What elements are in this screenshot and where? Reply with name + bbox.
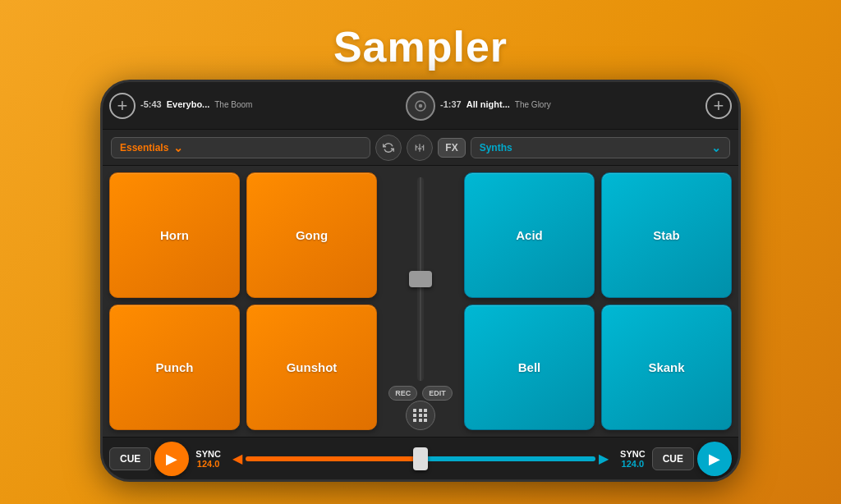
right-sync-bpm: 124.0 xyxy=(622,459,645,469)
rec-edit-row: REC EDIT xyxy=(388,386,453,401)
right-cue-button[interactable]: CUE xyxy=(652,447,694,470)
right-track-info: -1:37 All night... The Glory xyxy=(440,99,701,112)
pad-gong[interactable]: Gong xyxy=(246,172,377,298)
right-track-subtitle: The Glory xyxy=(515,100,551,109)
right-track-time: -1:37 xyxy=(440,99,462,109)
left-sync-label: SYNC xyxy=(195,449,221,459)
left-pad-grid: Horn Gong Punch Gunshot xyxy=(109,172,377,430)
right-pad-grid: Acid Stab Bell Skank xyxy=(464,172,732,430)
right-dropdown-chevron: ⌄ xyxy=(711,141,721,154)
add-right-button[interactable]: + xyxy=(705,93,732,119)
pad-acid[interactable]: Acid xyxy=(464,172,595,298)
right-sync-label: SYNC xyxy=(620,449,646,459)
edit-button[interactable]: EDIT xyxy=(422,386,453,401)
left-cue-button[interactable]: CUE xyxy=(109,447,151,470)
tempo-slider-container: ◀ ▶ xyxy=(227,451,614,466)
right-track-name: All night... xyxy=(466,99,510,109)
transport-bar: CUE ▶ SYNC 124.0 ◀ ▶ SYNC 124.0 CUE xyxy=(103,437,738,479)
tempo-arrow-right[interactable]: ▶ xyxy=(599,451,609,466)
tempo-track[interactable] xyxy=(246,456,595,461)
pad-horn[interactable]: Horn xyxy=(109,172,240,298)
left-track-name: Everybo... xyxy=(167,99,210,109)
right-play-icon: ▶ xyxy=(709,450,720,468)
left-play-button[interactable]: ▶ xyxy=(154,442,189,476)
headphone-button[interactable] xyxy=(406,91,435,121)
fader-thumb[interactable] xyxy=(409,271,432,287)
fx-button[interactable]: FX xyxy=(438,138,465,158)
controls-bar: Essentials ⌄ FX Synths ⌄ xyxy=(103,130,738,166)
tempo-thumb[interactable] xyxy=(413,447,428,470)
left-track-info: -5:43 Everybo... The Boom xyxy=(140,99,401,112)
center-column: REC EDIT xyxy=(384,172,457,430)
pad-stab[interactable]: Stab xyxy=(601,172,732,298)
grid-view-button[interactable] xyxy=(406,401,435,430)
left-dropdown-label: Essentials xyxy=(120,142,168,153)
sampler-area: Horn Gong Punch Gunshot REC xyxy=(103,166,738,437)
refresh-button[interactable] xyxy=(375,135,402,161)
right-dropdown[interactable]: Synths ⌄ xyxy=(471,137,730,158)
phone-device: + -5:43 Everybo... The Boom -1:37 Al xyxy=(100,80,741,482)
left-play-icon: ▶ xyxy=(166,450,177,468)
vertical-fader[interactable] xyxy=(417,177,424,381)
left-dropdown-chevron: ⌄ xyxy=(173,141,183,154)
right-play-button[interactable]: ▶ xyxy=(697,442,732,476)
left-sync-section: SYNC 124.0 xyxy=(192,449,224,469)
rec-button[interactable]: REC xyxy=(388,386,417,401)
left-track-subtitle: The Boom xyxy=(214,100,252,109)
tempo-arrow-left[interactable]: ◀ xyxy=(232,451,242,466)
pad-skank[interactable]: Skank xyxy=(601,305,732,430)
svg-point-1 xyxy=(419,103,423,108)
grid-icon xyxy=(413,409,428,422)
page-title: Sampler xyxy=(333,22,508,71)
right-dropdown-label: Synths xyxy=(480,142,512,153)
equalizer-button[interactable] xyxy=(407,135,433,161)
pad-gunshot[interactable]: Gunshot xyxy=(246,305,377,430)
waveform-bar: + -5:43 Everybo... The Boom -1:37 Al xyxy=(103,82,738,130)
pad-bell[interactable]: Bell xyxy=(464,305,595,430)
right-sync-section: SYNC 124.0 xyxy=(617,449,649,469)
left-sync-bpm: 124.0 xyxy=(197,459,220,469)
screen: + -5:43 Everybo... The Boom -1:37 Al xyxy=(103,82,738,479)
left-dropdown[interactable]: Essentials ⌄ xyxy=(111,137,370,158)
add-left-button[interactable]: + xyxy=(109,93,136,119)
pad-punch[interactable]: Punch xyxy=(109,305,240,430)
left-track-time: -5:43 xyxy=(140,99,162,109)
